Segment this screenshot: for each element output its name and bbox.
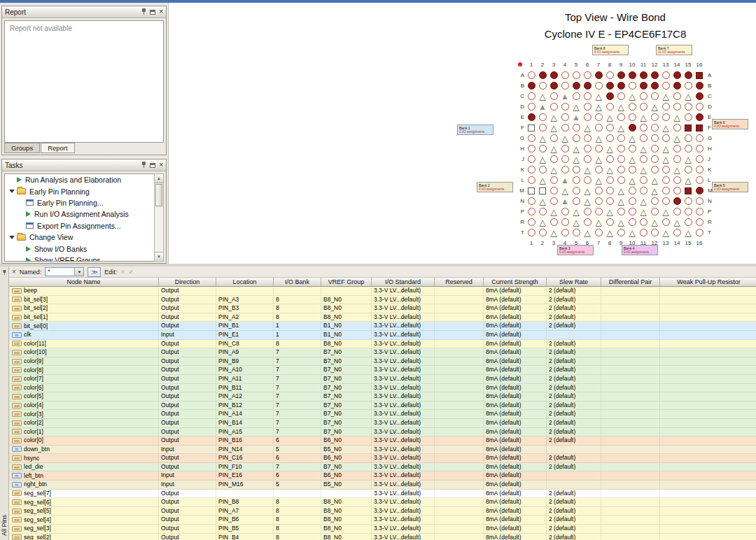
cell-reserved[interactable]: [435, 507, 484, 516]
pin-K16[interactable]: [694, 164, 705, 175]
cell-differential-pair[interactable]: [601, 525, 660, 533]
cell-location[interactable]: PIN_A9: [216, 348, 274, 357]
cell-current-strength[interactable]: 8mA (default): [484, 392, 547, 401]
cell-current-strength[interactable]: 8mA (default): [484, 481, 547, 489]
cell-node-name[interactable]: outcolor[7]: [9, 375, 159, 383]
cell-i-o-standard[interactable]: 3.3-V LV...default): [372, 454, 435, 462]
pin-P14[interactable]: [671, 206, 682, 217]
cell-direction[interactable]: Output: [159, 516, 216, 524]
task-item-run-analysis-and-elaboration[interactable]: Run Analysis and Elaboration: [5, 174, 155, 185]
pin-L3[interactable]: [548, 175, 559, 185]
cell-current-strength[interactable]: 8mA (default): [484, 340, 547, 348]
cell-current-strength[interactable]: 8mA (default): [484, 384, 547, 392]
pin-R8[interactable]: [604, 217, 615, 227]
task-item-run-i-o-assignment-analysis[interactable]: Run I/O Assignment Analysis: [5, 208, 155, 220]
pin-K4[interactable]: [559, 164, 570, 175]
pin-J3[interactable]: [548, 154, 559, 164]
cell-node-name[interactable]: outseg_sel[7]: [9, 490, 159, 498]
cell-direction[interactable]: Output: [159, 296, 216, 304]
pin-B15[interactable]: [682, 80, 694, 91]
cell-direction[interactable]: Output: [159, 490, 216, 498]
pin-C4[interactable]: ▲: [559, 91, 570, 101]
cell-slew-rate[interactable]: 2 (default): [547, 287, 601, 295]
pin-F3[interactable]: △: [548, 122, 559, 133]
pin-T2[interactable]: [537, 227, 548, 238]
pin-F12[interactable]: [649, 122, 660, 133]
cell-vref-group[interactable]: B6_N0: [321, 471, 372, 480]
cell-location[interactable]: [216, 287, 274, 295]
cell-differential-pair[interactable]: [601, 392, 660, 401]
pin-N15[interactable]: [682, 196, 694, 206]
cell-node-name[interactable]: outbit_sel[1]: [9, 313, 159, 322]
pin-L2[interactable]: △: [537, 175, 548, 185]
pin-A4[interactable]: [559, 70, 570, 80]
pin-C6[interactable]: [582, 91, 593, 101]
pin-H15[interactable]: [682, 143, 694, 154]
pin-G4[interactable]: △: [559, 133, 570, 143]
cell-current-strength[interactable]: 8mA (default): [484, 287, 547, 295]
pin-D3[interactable]: [548, 101, 559, 112]
pin-P12[interactable]: [649, 206, 660, 217]
cell-node-name[interactable]: outhsync: [9, 454, 159, 462]
cell-weak-pull-up-resistor[interactable]: [660, 490, 756, 498]
task-item-early-pin-planning[interactable]: Early Pin Planning...: [5, 197, 155, 208]
cell-i-o-standard[interactable]: 3.3-V LV...default): [372, 498, 435, 506]
cell-i-o-bank[interactable]: 5: [274, 446, 321, 454]
cell-reserved[interactable]: [435, 375, 484, 383]
pin-D16[interactable]: [694, 101, 705, 112]
cell-i-o-standard[interactable]: 3.3-V LV...default): [372, 410, 435, 418]
cell-node-name[interactable]: outcolor[11]: [9, 340, 159, 348]
table-row-seg-sel-7[interactable]: outseg_sel[7]Output3.3-V LV...default)8m…: [9, 490, 756, 499]
cell-i-o-standard[interactable]: 3.3-V LV...default): [372, 384, 435, 392]
pin-C10[interactable]: △: [626, 91, 638, 101]
pin-F11[interactable]: [638, 122, 649, 133]
cell-reserved[interactable]: [435, 481, 484, 489]
cell-reserved[interactable]: [435, 384, 484, 392]
pin-G10[interactable]: △: [626, 133, 638, 143]
cell-direction[interactable]: Output: [159, 357, 216, 366]
pin-icon[interactable]: [141, 162, 146, 169]
pin-K10[interactable]: [626, 164, 638, 175]
cell-location[interactable]: PIN_F10: [216, 463, 274, 471]
pin-J6[interactable]: [582, 154, 593, 164]
pin-B8[interactable]: [604, 80, 615, 91]
pin-T9[interactable]: [615, 227, 626, 238]
cell-vref-group[interactable]: [321, 490, 372, 498]
cell-direction[interactable]: Output: [159, 525, 216, 533]
pin-R4[interactable]: [559, 217, 570, 227]
cell-current-strength[interactable]: 8mA (default): [484, 375, 547, 383]
pin-N13[interactable]: [660, 196, 671, 206]
cell-location[interactable]: PIN_A12: [216, 392, 274, 401]
cell-direction[interactable]: Output: [159, 287, 216, 295]
scroll-up-icon[interactable]: ▲: [155, 174, 163, 183]
cell-slew-rate[interactable]: [547, 331, 601, 339]
cell-vref-group[interactable]: B5_N0: [321, 481, 372, 489]
cell-differential-pair[interactable]: [601, 348, 660, 357]
cell-i-o-standard[interactable]: 3.3-V LV...default): [372, 287, 435, 295]
cell-direction[interactable]: Output: [159, 402, 216, 410]
pin-D2[interactable]: ▲: [537, 101, 548, 112]
cell-location[interactable]: [216, 490, 274, 498]
cell-vref-group[interactable]: B7_N0: [321, 357, 372, 366]
cell-weak-pull-up-resistor[interactable]: [660, 498, 756, 506]
cell-vref-group[interactable]: B8_N0: [321, 340, 372, 348]
cell-differential-pair[interactable]: [601, 384, 660, 392]
tab-groups[interactable]: Groups: [4, 143, 40, 153]
pin-E16[interactable]: [694, 112, 705, 122]
cell-direction[interactable]: Output: [159, 313, 216, 322]
cell-location[interactable]: PIN_A3: [216, 296, 274, 304]
table-row-color-4[interactable]: outcolor[4]OutputPIN_B127B7_N03.3-V LV..…: [9, 402, 756, 411]
table-row-color-2[interactable]: outcolor[2]OutputPIN_B147B7_N03.3-V LV..…: [9, 419, 756, 428]
pin-M6[interactable]: △: [582, 185, 593, 196]
cell-reserved[interactable]: [435, 357, 484, 366]
pin-D14[interactable]: [671, 101, 682, 112]
cell-i-o-standard[interactable]: 3.3-V LV...default): [372, 322, 435, 330]
pin-J7[interactable]: △: [593, 154, 604, 164]
pin-R6[interactable]: [582, 217, 593, 227]
pin-B16[interactable]: [694, 80, 705, 91]
cell-slew-rate[interactable]: 2 (default): [547, 375, 601, 383]
cell-location[interactable]: PIN_A15: [216, 428, 274, 436]
cell-location[interactable]: PIN_B6: [216, 516, 274, 524]
cell-reserved[interactable]: [435, 340, 484, 348]
cell-i-o-standard[interactable]: 3.3-V LV...default): [372, 402, 435, 410]
